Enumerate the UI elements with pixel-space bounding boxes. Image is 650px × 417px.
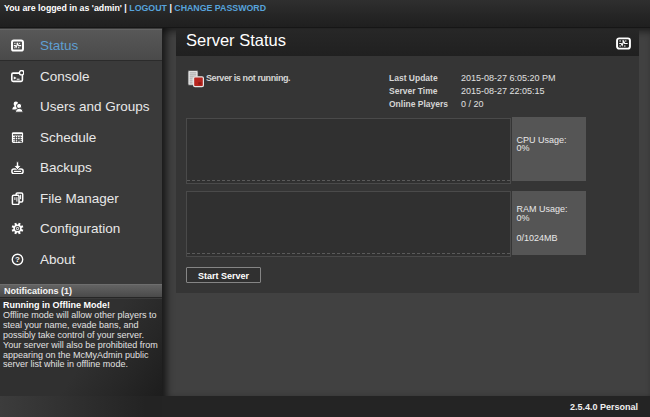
svg-text:?: ? — [15, 255, 20, 264]
